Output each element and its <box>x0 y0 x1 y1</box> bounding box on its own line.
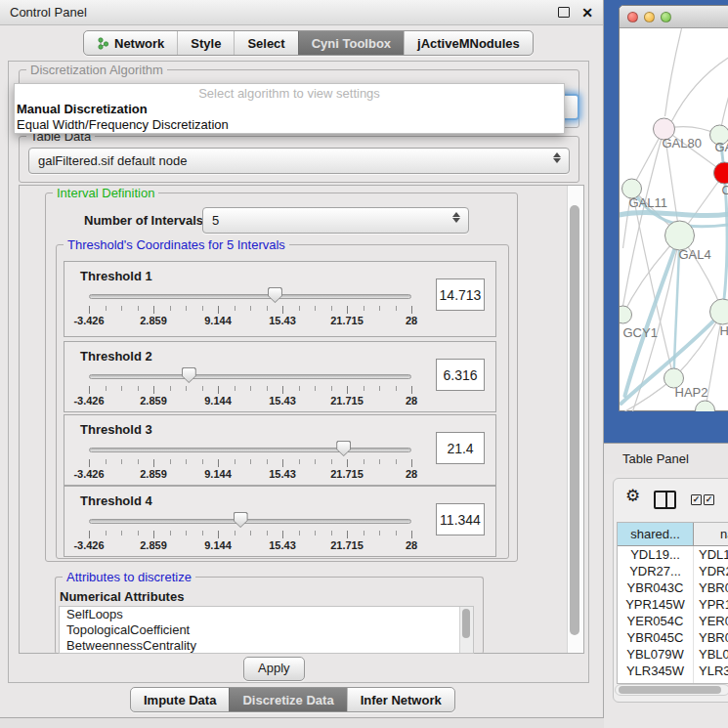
list-scrollbar[interactable] <box>459 607 473 653</box>
tab-jactivemnodules[interactable]: jActiveMNodules <box>404 31 533 55</box>
interval-definition-group: Interval Definition Number of Intervals … <box>45 193 518 562</box>
table-data-combobox[interactable]: galFiltered.sif default node <box>28 148 570 174</box>
threshold-2-panel: Threshold 2 -3.4262.8599.14415.4321.7152… <box>64 341 496 412</box>
discretization-algorithm-label: Discretization Algorithm <box>26 63 167 77</box>
node-label: HAP2 <box>675 385 708 400</box>
slider-ticks <box>89 459 411 467</box>
algorithm-dropdown-popup: Select algorithm to view settings Manual… <box>14 83 565 134</box>
zoom-traffic-light[interactable] <box>661 12 671 22</box>
threshold-1-label: Threshold 1 <box>80 269 152 283</box>
stepper-arrows-icon <box>553 152 561 163</box>
horizontal-scrollbar[interactable] <box>615 684 728 696</box>
node-bottom[interactable] <box>696 401 715 411</box>
tab-network-label: Network <box>114 36 164 51</box>
threshold-3-slider-thumb[interactable] <box>336 441 351 456</box>
float-window-icon[interactable] <box>558 7 570 18</box>
network-edge[interactable] <box>672 56 728 121</box>
table-panel-toolbar-card: ⚙ ✓ ✓ shared... na YDL19...YDL1 YDR27...… <box>613 478 728 703</box>
control-panel-tabbar: Network Style Select Cyni Toolbox jActiv… <box>83 30 534 56</box>
dropdown-placeholder-item[interactable]: Select algorithm to view settings <box>15 84 564 102</box>
list-item[interactable]: SelfLoops <box>60 607 473 622</box>
table-row[interactable]: YLR345WYLR3 <box>618 663 728 679</box>
network-edge[interactable] <box>722 87 728 125</box>
threshold-4-label: Threshold 4 <box>80 493 152 508</box>
attributes-group-label: Attributes to discretize <box>63 570 195 584</box>
node-label: GAL4 <box>679 247 711 262</box>
table-row[interactable]: YBR043CYBR0 <box>618 579 728 596</box>
node-gcy1[interactable] <box>620 306 632 323</box>
gear-icon[interactable]: ⚙ <box>625 488 640 505</box>
slider-tick-labels: -3.4262.8599.14415.4321.71528 <box>64 468 494 480</box>
number-of-intervals-combobox[interactable]: 5 <box>202 207 469 234</box>
threshold-4-slider-track[interactable] <box>89 519 411 524</box>
list-item[interactable]: BetweennessCentrality <box>60 638 473 654</box>
threshold-4-value-input[interactable]: 11.344 <box>436 503 485 535</box>
node-label: GAL11 <box>629 195 668 210</box>
interval-definition-label: Interval Definition <box>53 186 158 200</box>
split-columns-icon[interactable] <box>654 491 676 509</box>
minimize-traffic-light[interactable] <box>644 12 655 22</box>
network-edge-thick[interactable] <box>720 135 728 312</box>
network-icon <box>97 37 109 50</box>
numerical-attributes-list: SelfLoops TopologicalCoefficient Between… <box>59 606 474 654</box>
table-data-value: galFiltered.sif default node <box>38 153 187 168</box>
network-edge[interactable] <box>665 28 682 116</box>
network-edge-thick[interactable] <box>620 212 728 215</box>
network-window-titlebar <box>620 6 728 28</box>
table-panel-body: ⚙ ✓ ✓ shared... na YDL19...YDL1 YDR27...… <box>604 474 728 728</box>
close-traffic-light[interactable] <box>627 12 638 22</box>
threshold-4-slider-thumb[interactable] <box>234 512 248 528</box>
tab-cyni-toolbox[interactable]: Cyni Toolbox <box>298 31 404 55</box>
tab-impute-data[interactable]: Impute Data <box>131 688 229 711</box>
threshold-2-slider-track[interactable] <box>89 374 411 379</box>
apply-button[interactable]: Apply <box>243 657 305 681</box>
control-panel-titlebar: Control Panel ✕ <box>0 0 603 25</box>
table-row[interactable]: YPR145WYPR1 <box>618 596 728 613</box>
column-header-name[interactable]: na <box>694 523 728 545</box>
tab-discretize-data[interactable]: Discretize Data <box>229 688 346 711</box>
number-of-intervals-value: 5 <box>212 213 219 228</box>
node-label: C <box>722 183 728 197</box>
table-row[interactable]: YBR045CYBR0 <box>618 629 728 646</box>
list-item[interactable]: TopologicalCoefficient <box>60 622 473 638</box>
table-panel-header: Table Panel <box>604 443 728 474</box>
tab-style[interactable]: Style <box>177 31 234 55</box>
node-label: GAL80 <box>663 136 702 150</box>
threshold-3-value-input[interactable]: 21.4 <box>436 432 485 464</box>
node-selected[interactable] <box>714 162 728 184</box>
node-label: H <box>720 323 728 338</box>
threshold-3-slider-track[interactable] <box>89 448 411 452</box>
checkbox-icon[interactable]: ✓ <box>691 494 702 505</box>
list-scrollbar-thumb[interactable] <box>462 609 470 638</box>
threshold-2-slider-thumb[interactable] <box>182 367 196 383</box>
tab-infer-network[interactable]: Infer Network <box>347 688 454 711</box>
slider-tick-labels: -3.4262.8599.14415.4321.71528 <box>64 539 494 551</box>
vertical-scrollbar-thumb[interactable] <box>570 205 579 635</box>
table-row[interactable]: YBL079WYBL0 <box>618 646 728 663</box>
thresholds-group: Threshold's Coordinates for 5 Intervals … <box>56 244 509 559</box>
dropdown-option-equal-width[interactable]: Equal Width/Frequency Discretization <box>15 117 564 133</box>
table-row[interactable]: YDL19...YDL1 <box>618 546 728 563</box>
dropdown-option-manual[interactable]: Manual Discretization <box>15 102 564 117</box>
threshold-1-slider-track[interactable] <box>89 294 411 299</box>
threshold-1-value-input[interactable]: 14.713 <box>436 278 485 311</box>
vertical-scrollbar[interactable] <box>567 186 583 653</box>
threshold-3-label: Threshold 3 <box>80 422 152 437</box>
number-of-intervals-label: Number of Intervals <box>84 213 203 228</box>
threshold-1-slider-thumb[interactable] <box>268 287 282 303</box>
tab-network[interactable]: Network <box>84 31 177 55</box>
slider-ticks <box>89 531 411 538</box>
table-row[interactable]: YER054CYER0 <box>618 613 728 629</box>
column-header-shared[interactable]: shared... <box>618 523 694 545</box>
table-row[interactable]: YDR27...YDR2 <box>618 563 728 579</box>
slider-ticks <box>89 306 411 314</box>
threshold-1-panel: Threshold 1 -3.4262.8599.14415.4321.7152… <box>64 261 496 337</box>
node-gal4[interactable] <box>665 221 695 250</box>
tab-select[interactable]: Select <box>234 31 297 55</box>
threshold-2-value-input[interactable]: 6.316 <box>436 359 485 391</box>
horizontal-scrollbar-thumb[interactable] <box>619 686 721 694</box>
close-icon[interactable]: ✕ <box>581 6 593 20</box>
network-canvas[interactable]: GAL80GACGAL11GAL4GCY1HHAP2 <box>620 28 728 411</box>
checkbox-icon[interactable]: ✓ <box>704 494 714 505</box>
thresholds-group-label: Threshold's Coordinates for 5 Intervals <box>64 237 289 252</box>
